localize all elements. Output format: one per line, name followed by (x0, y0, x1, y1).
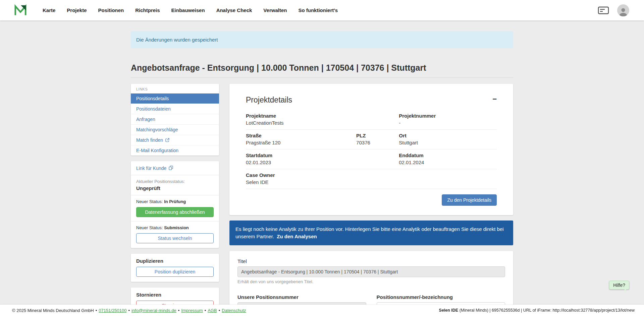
field-label: PLZ (356, 133, 399, 139)
analytics-banner-link[interactable]: Zu den Analysen (277, 234, 317, 239)
footer-phone-link[interactable]: 07151/250100 (99, 308, 126, 313)
external-link-icon (165, 138, 169, 142)
saved-alert-text: Die Änderungen wurden gespeichert (136, 37, 218, 43)
project-fields: Projektname LotCreationTests Projektnumm… (246, 110, 497, 189)
sidebar-item-label: Positionsdateien (136, 106, 171, 112)
nav-item-einbauweisen[interactable]: Einbauweisen (166, 5, 211, 16)
customer-link-label: Link für Kunde (136, 166, 166, 171)
new-status-line-2: Neuer Status: Submission (136, 225, 214, 230)
field-label: Case Owner (246, 172, 497, 178)
titel-help: Erhält den von uns vorgegebenen Titel. (237, 279, 505, 284)
top-navbar: Karte Projekte Positionen Richtpreis Ein… (0, 0, 644, 20)
field-label: Startdatum (246, 152, 399, 159)
duplicate-position-button[interactable]: Position duplizieren (136, 267, 214, 277)
current-status-label: Aktueller Positionsstatus: (136, 179, 214, 184)
project-details-button[interactable]: Zu den Projektdetails (442, 194, 497, 206)
footer-separator: • (178, 308, 180, 313)
divider (131, 221, 219, 222)
divider (131, 175, 219, 175)
nav-item-projekte[interactable]: Projekte (61, 5, 92, 16)
project-details-card: Projektdetails − Projektname LotCreation… (229, 84, 513, 215)
field-value: 70376 (356, 140, 399, 146)
footer-session-info: Selen IDE (Mineral Minds) | 69576255536d… (439, 308, 635, 313)
field-value: 02.01.2024 (399, 160, 497, 166)
complete-data-entry-button[interactable]: Datenerfassung abschließen (136, 207, 214, 217)
field-value: Pragstraße 120 (246, 140, 356, 146)
footer-user: Selen IDE (439, 308, 459, 313)
position-number-label: Positionsnummer/-bezeichnung (377, 294, 505, 300)
footer-datenschutz-link[interactable]: Datenschutz (222, 308, 246, 313)
sidebar-item-label: Match finden (136, 137, 163, 143)
title-divider (131, 77, 513, 78)
sidebar-item-label: Positionsdetails (136, 96, 169, 101)
user-avatar[interactable] (617, 4, 629, 16)
server-icon[interactable] (598, 6, 609, 15)
cancel-title: Stornieren (136, 292, 214, 298)
nav-item-analyse-check[interactable]: Analyse Check (211, 5, 258, 16)
field-value: LotCreationTests (246, 120, 399, 126)
footer-separator: • (96, 308, 97, 313)
new-status-line-1: Neuer Status: In Prüfung (136, 199, 214, 204)
new-status-prefix: Neuer Status: (136, 199, 163, 204)
our-number-label: Unsere Positionsnummer (237, 294, 366, 300)
nav-item-richtpreis[interactable]: Richtpreis (129, 5, 165, 16)
footer-impressum-link[interactable]: Impressum (181, 308, 203, 313)
main-nav: Karte Projekte Positionen Richtpreis Ein… (37, 5, 343, 16)
sidebar-item-label: Matchingvorschläge (136, 127, 178, 132)
footer-separator: • (205, 308, 206, 313)
divider (131, 195, 219, 195)
links-card-header: LINKS (131, 84, 219, 93)
sidebar-item-positionsdateien[interactable]: Positionsdateien (131, 104, 219, 114)
footer-copyright: © 2025 Mineral Minds Deutschland GmbH (12, 308, 94, 313)
nav-item-so-funktionierts[interactable]: So funktioniert's (292, 5, 343, 16)
new-status-value: Submission (164, 225, 189, 230)
help-button[interactable]: Hilfe? (609, 281, 629, 290)
field-value: 02.01.2023 (246, 160, 399, 166)
analytics-banner: Es liegt noch keine Analytik zu Ihrer Po… (229, 220, 513, 245)
sidebar-item-positionsdetails[interactable]: Positionsdetails (131, 93, 219, 104)
field-label: Enddatum (399, 152, 497, 159)
sidebar-item-anfragen[interactable]: Anfragen (131, 114, 219, 124)
current-status-value: Ungeprüft (136, 185, 214, 191)
footer-session-text: (Mineral Minds) | 69576255536d | URL of … (458, 308, 635, 313)
analytics-banner-text: Es liegt noch keine Analytik zu Ihrer Po… (235, 226, 504, 239)
duplicate-title: Duplizieren (136, 258, 214, 264)
sidebar: LINKS Positionsdetails Positionsdateien … (131, 84, 219, 316)
footer-email-link[interactable]: info@mineral-minds.de (131, 308, 176, 313)
titel-input (237, 266, 505, 277)
field-value: Selen IDE (246, 179, 497, 185)
footer-separator: • (128, 308, 130, 313)
sidebar-item-email-konfiguration[interactable]: E-Mail Konfiguration (131, 145, 219, 155)
new-status-prefix: Neuer Status: (136, 225, 163, 230)
field-label: Straße (246, 133, 356, 139)
collapse-icon[interactable]: − (492, 96, 497, 103)
nav-item-karte[interactable]: Karte (37, 5, 61, 16)
nav-item-verwalten[interactable]: Verwalten (258, 5, 292, 16)
copy-icon (169, 166, 173, 171)
links-card: LINKS Positionsdetails Positionsdateien … (131, 84, 219, 155)
sidebar-item-match-finden[interactable]: Match finden (131, 135, 219, 145)
customer-link[interactable]: Link für Kunde (136, 166, 173, 171)
sidebar-item-label: Anfragen (136, 117, 155, 122)
footer: © 2025 Mineral Minds Deutschland GmbH • … (0, 305, 644, 316)
footer-agb-link[interactable]: AGB (208, 308, 217, 313)
field-value: Stuttgart (399, 140, 497, 146)
navbar-right (598, 4, 629, 16)
page-title: Angebotsanfrage - Entsorgung | 10.000 To… (131, 63, 513, 73)
field-value: - (399, 120, 497, 126)
field-label: Projektname (246, 113, 399, 119)
field-label: Ort (399, 133, 497, 139)
new-status-value: In Prüfung (164, 199, 186, 204)
sidebar-item-matchingvorschlaege[interactable]: Matchingvorschläge (131, 124, 219, 135)
project-details-title: Projektdetails (246, 96, 292, 105)
titel-label: Titel (237, 258, 505, 264)
footer-separator: • (219, 308, 220, 313)
field-label: Projektnummer (399, 113, 497, 119)
page-content: Die Änderungen wurden gespeichert Angebo… (131, 31, 513, 316)
switch-status-button[interactable]: Status wechseln (136, 233, 214, 243)
nav-item-positionen[interactable]: Positionen (93, 5, 130, 16)
duplicate-card: Duplizieren Position duplizieren (131, 254, 219, 282)
mineral-minds-logo-icon[interactable] (14, 4, 28, 17)
saved-alert: Die Änderungen wurden gespeichert (131, 31, 513, 48)
sidebar-item-label: E-Mail Konfiguration (136, 148, 178, 153)
